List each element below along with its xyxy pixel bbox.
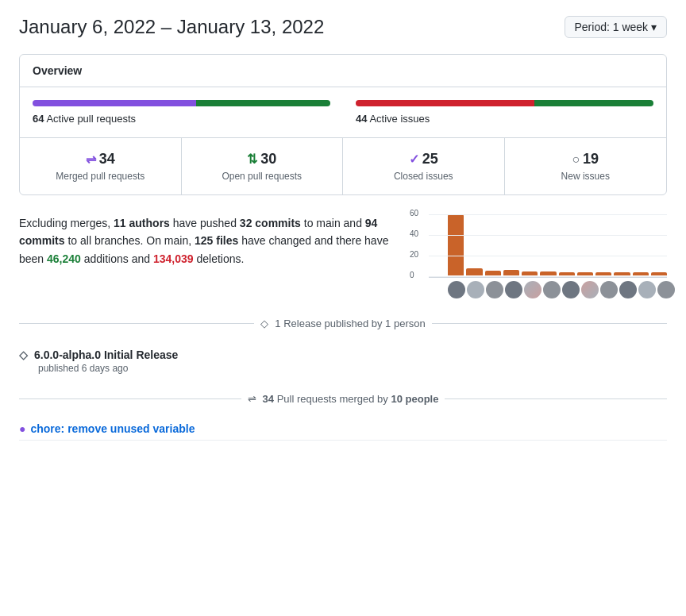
chart-avatars [429,281,667,298]
chart-bar-6 [559,272,575,275]
avatar-6 [562,281,580,298]
avatar-2 [486,281,503,298]
gridline-label-20: 20 [410,250,418,259]
commits-prefix: Excluding merges, [19,217,114,229]
page-header: January 6, 2022 – January 13, 2022 Perio… [19,16,667,38]
period-button[interactable]: Period: 1 week ▾ [565,16,668,38]
pr-label: 64 Active pull requests [33,113,330,125]
release-title-text: 6.0.0-alpha.0 Initial Release [34,348,178,361]
closed-issues-label: Closed issues [356,171,491,182]
stat-new-issues: ○ 19 New issues [505,138,667,194]
release-item: ◇ 6.0.0-alpha.0 Initial Release publishe… [19,342,667,380]
closed-issues-number: ✓ 25 [356,151,491,167]
commits-additions: 46,240 [47,252,81,265]
avatar-3 [505,281,522,298]
release-title: ◇ 6.0.0-alpha.0 Initial Release [19,348,667,361]
release-divider: ◇ 1 Release published by 1 person [19,318,667,329]
open-pr-number: ⇅ 30 [195,151,330,167]
tag-icon: ◇ [19,348,28,361]
bullet-icon: ● [19,422,25,435]
pr-bar-purple [33,100,196,106]
open-pr-icon: ⇅ [247,152,257,167]
issues-label: 44 Active issues [356,113,653,125]
chart-bar-5 [540,271,556,275]
pr-list-item[interactable]: ● chore: remove unused variable [19,418,667,441]
stats-grid: ⇌ 34 Merged pull requests ⇅ 30 Open pull… [20,138,666,194]
avatar-9 [619,281,637,298]
commits-section: Excluding merges, 11 authors have pushed… [19,214,667,298]
avatar-0 [448,281,465,298]
open-pr-count: 30 [260,151,276,167]
chart-area: 60 40 20 0 [429,214,667,278]
chart-bar-9 [614,272,630,275]
new-issue-icon: ○ [572,152,580,167]
closed-issue-icon: ✓ [409,152,419,167]
pr-divider-full: 34 Pull requests merged by 10 people [263,393,439,405]
chart-bar-3 [503,270,519,275]
avatar-11 [657,281,675,298]
chart-bar-7 [577,272,593,275]
commits-text: Excluding merges, 11 authors have pushed… [19,214,410,268]
pr-divider-people: 10 people [391,393,438,405]
new-issues-count: 19 [583,151,599,167]
avatar-8 [600,281,618,298]
commits-authors: 11 authors [114,217,170,229]
gridline-label-40: 40 [410,229,418,238]
chart-bar-11 [651,272,667,275]
issues-bar-red [356,100,534,106]
overview-card: Overview 64 Active pull requests 44 Acti… [19,54,667,195]
pull-requests-progress: 64 Active pull requests [33,100,330,125]
merge-icon: ⇌ [86,152,96,167]
stat-merged-prs: ⇌ 34 Merged pull requests [20,138,182,194]
merged-pr-label: Merged pull requests [33,171,168,182]
chart-bar-8 [595,272,611,275]
pr-label-text: Active pull requests [46,113,136,125]
commits-main-count: 32 commits [240,217,301,229]
release-subtitle: published 6 days ago [38,363,667,374]
chart-bar-4 [522,271,538,275]
issues-count: 44 [356,113,367,125]
avatar-4 [524,281,541,298]
avatar-1 [467,281,484,298]
pr-progress-bar [33,100,330,106]
chart-bar-1 [466,268,482,275]
pr-count: 64 [33,113,44,125]
gridline-label-0: 0 [410,271,414,279]
avatar-5 [543,281,561,298]
pr-list-item-text: chore: remove unused variable [30,422,195,435]
new-issues-number: ○ 19 [518,151,654,167]
merged-pr-count: 34 [99,151,115,167]
commits-mid3: to all branches. On main, [65,234,195,247]
commits-mid5: additions and [81,252,153,265]
issues-bar-green [534,100,653,106]
avatar-7 [581,281,599,298]
commit-chart: 60 40 20 0 [429,214,667,298]
new-issues-label: New issues [518,171,654,182]
chart-bar-2 [485,271,501,275]
commits-deletions: 134,039 [153,252,194,265]
chart-bar-0 [448,214,464,275]
open-pr-label: Open pull requests [195,171,330,182]
issues-label-text: Active issues [369,113,430,125]
pr-merged-divider: ⇌ 34 Pull requests merged by 10 people [19,393,667,405]
merged-pr-number: ⇌ 34 [33,151,168,167]
gridline-label-60: 60 [410,209,418,218]
pr-divider-count: 34 [263,393,274,405]
commits-files: 125 files [195,234,238,247]
avatar-10 [638,281,656,298]
commits-mid1: have pushed [170,217,240,229]
issues-progress-bar [356,100,653,106]
commits-suffix: deletions. [194,252,245,265]
chart-bar-10 [633,272,649,275]
chart-bars [429,214,667,275]
release-divider-text: 1 Release published by 1 person [275,318,425,329]
merged-divider-icon: ⇌ [248,393,256,405]
page-title: January 6, 2022 – January 13, 2022 [19,16,324,38]
progress-section: 64 Active pull requests 44 Active issues [20,87,666,138]
commits-mid2: to main and [301,217,365,229]
pr-bar-green [196,100,330,106]
tag-divider-icon: ◇ [260,318,268,329]
stat-open-prs: ⇅ 30 Open pull requests [182,138,344,194]
closed-issues-count: 25 [422,151,438,167]
gridline-0: 0 [429,276,667,277]
